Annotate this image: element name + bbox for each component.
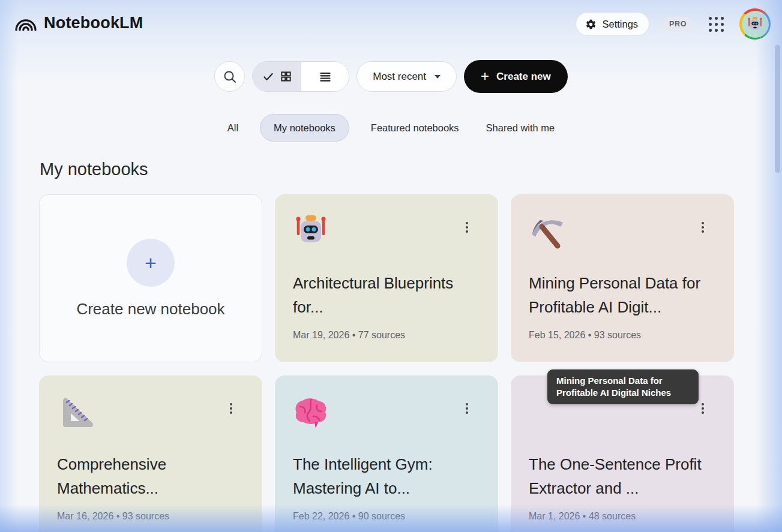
more-options-icon[interactable] [461, 401, 473, 416]
notebook-title: The Intelligent Gym: Mastering AI to... [293, 452, 483, 500]
create-new-button[interactable]: + Create new [464, 60, 568, 93]
avatar-robot-image [742, 11, 769, 38]
plus-circle: + [127, 239, 175, 287]
more-options-icon[interactable] [697, 220, 709, 235]
list-view-icon [319, 71, 331, 83]
notebook-title: Architectural Blueprints for... [293, 271, 483, 319]
notebook-meta: Feb 22, 2026 • 90 sources [293, 511, 405, 522]
robot-icon [292, 211, 330, 250]
filter-tab-label: Featured notebooks [371, 122, 459, 134]
notebooklm-logo-icon [14, 13, 37, 33]
filter-tab-shared-with-me[interactable]: Shared with me [481, 114, 561, 142]
grid-view-icon [280, 71, 292, 82]
create-new-label: Create new [496, 71, 551, 83]
triangle-ruler-icon [56, 392, 94, 431]
top-bar-right: Settings PRO [576, 8, 771, 40]
notebook-filter-tabs: All My notebooks Featured notebooks Shar… [0, 114, 782, 142]
pickaxe-icon [528, 211, 566, 250]
notebook-card[interactable]: Architectural Blueprints for... Mar 19, … [275, 194, 498, 362]
search-button[interactable] [214, 61, 245, 92]
section-title: My notebooks [40, 160, 148, 179]
notebook-meta: Mar 19, 2026 • 77 sources [293, 330, 405, 341]
tooltip: Mining Personal Data for Profitable AI D… [547, 369, 699, 404]
more-options-icon[interactable] [697, 401, 709, 416]
search-icon [223, 70, 237, 84]
apps-grid-icon[interactable] [706, 14, 726, 34]
scrollbar-thumb[interactable] [775, 45, 780, 173]
view-toggle [252, 61, 349, 92]
create-notebook-label: Create new notebook [76, 300, 224, 318]
more-options-icon[interactable] [461, 220, 473, 235]
gear-icon [585, 19, 597, 30]
grid-view-option[interactable] [253, 62, 301, 91]
notebook-title: The One-Sentence Profit Extractor and ..… [529, 452, 718, 500]
notebook-card[interactable]: Mining Personal Data for Profitable AI D… [511, 194, 734, 362]
notebooks-grid: + Create new notebook Architectural Blue… [39, 194, 734, 532]
filter-tab-featured-notebooks[interactable]: Featured notebooks [365, 114, 465, 142]
notebook-meta: Feb 15, 2026 • 93 sources [529, 330, 641, 341]
filter-tab-label: Shared with me [486, 122, 555, 134]
settings-button[interactable]: Settings [576, 12, 649, 36]
caret-down-icon [435, 75, 441, 79]
notebook-card[interactable]: The Intelligent Gym: Mastering AI to... … [275, 375, 498, 532]
settings-label: Settings [602, 19, 638, 30]
avatar[interactable] [739, 8, 771, 40]
notebook-title: Comprehensive Mathematics... [57, 452, 247, 500]
notebook-meta: Mar 16, 2026 • 93 sources [57, 511, 169, 522]
notebook-card[interactable]: Comprehensive Mathematics... Mar 16, 202… [39, 375, 262, 532]
brain-icon [292, 392, 330, 431]
toolbar: Most recent + Create new [0, 60, 782, 93]
brand[interactable]: NotebookLM [14, 13, 143, 33]
list-view-option[interactable] [301, 62, 349, 91]
create-new-notebook-card[interactable]: + Create new notebook [39, 194, 262, 362]
filter-tab-my-notebooks[interactable]: My notebooks [260, 114, 349, 142]
checkmark-icon [262, 71, 274, 83]
more-options-icon[interactable] [225, 401, 237, 416]
filter-tab-label: All [227, 122, 238, 134]
pro-badge: PRO [663, 17, 693, 32]
filter-tab-all[interactable]: All [222, 114, 244, 142]
sort-dropdown[interactable]: Most recent [356, 61, 457, 92]
notebook-title: Mining Personal Data for Profitable AI D… [529, 271, 718, 319]
top-bar: NotebookLM Settings PRO [0, 0, 782, 48]
notebook-meta: Mar 1, 2026 • 48 sources [529, 511, 636, 522]
filter-tab-label: My notebooks [274, 122, 335, 134]
sort-selected-value: Most recent [373, 71, 426, 83]
app-title: NotebookLM [44, 14, 143, 32]
notebooklm-page: NotebookLM Settings PRO [0, 0, 782, 532]
